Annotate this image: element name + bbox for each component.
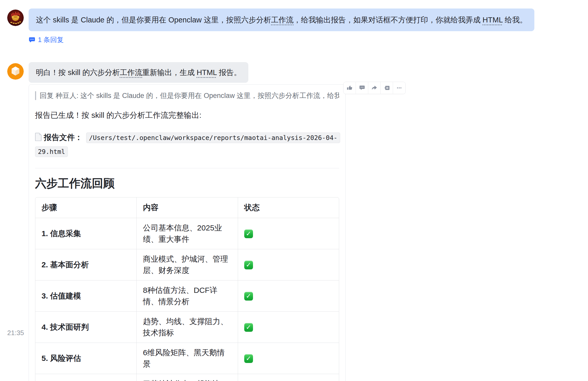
status-cell: ✓ [238, 218, 339, 249]
report-file-label: 报告文件： [44, 133, 83, 142]
table-header-step: 步骤 [35, 197, 136, 218]
report-file-line: 报告文件：/Users/test/.openclaw/workspace/rep… [35, 131, 339, 158]
status-check-icon: ✓ [244, 292, 253, 301]
user-message-bubble: 这个 skills 是 Claude 的，但是你要用在 Openclaw 这里，… [29, 9, 534, 31]
user-message-text: ，给我输出报告，如果对话框不方便打印，你就给我弄成 [293, 16, 483, 24]
underlined-term: HTML [197, 68, 217, 77]
status-check-icon: ✓ [244, 261, 253, 269]
bot-message-text: 报告。 [217, 68, 241, 77]
report-card: 回复 种豆人: 这个 skills 是 Claude 的，但是你要用在 Open… [29, 84, 346, 381]
share-icon [371, 85, 378, 91]
content-cell: 巴菲特计分卡、投资决策、操作建议 [136, 374, 238, 381]
more-icon [396, 85, 402, 91]
bot-avatar[interactable] [7, 63, 24, 80]
status-check-icon: ✓ [244, 323, 253, 332]
divider [35, 168, 339, 168]
underlined-term: 工作流 [271, 16, 293, 24]
table-header-status: 状态 [238, 197, 339, 218]
workflow-table-body: 1. 信息采集 公司基本信息、2025业绩、重大事件 ✓ 2. 基本面分析 商业… [35, 218, 339, 381]
user-message-text: 这个 skills 是 Claude 的，但是你要用在 Openclaw 这里，… [36, 16, 271, 24]
bot-message-row: 明白！按 skill 的六步分析工作流重新输出，生成 HTML 报告。 回复 种… [7, 62, 588, 381]
step-cell: 3. 估值建模 [35, 280, 136, 311]
reply-count-link[interactable]: 1 条回复 [29, 35, 64, 44]
table-header-content: 内容 [136, 197, 238, 218]
bot-message-text: 明白！按 skill 的六步分析 [36, 68, 120, 77]
status-cell: ✓ [238, 343, 339, 374]
user-avatar[interactable] [7, 10, 24, 26]
step-cell: 1. 信息采集 [35, 218, 136, 249]
table-row: 1. 信息采集 公司基本信息、2025业绩、重大事件 ✓ [35, 218, 339, 249]
status-check-icon: ✓ [244, 354, 253, 363]
table-row: 5. 风险评估 6维风险矩阵、黑天鹅情景 ✓ [35, 343, 339, 374]
quoted-reply: 回复 种豆人: 这个 skills 是 Claude 的，但是你要用在 Open… [35, 91, 339, 100]
timestamp: 21:35 [7, 329, 24, 337]
comment-icon [359, 85, 365, 91]
bot-message-bubble: 明白！按 skill 的六步分析工作流重新输出，生成 HTML 报告。 [29, 62, 248, 83]
content-cell: 8种估值方法、DCF详情、情景分析 [136, 280, 238, 311]
content-cell: 公司基本信息、2025业绩、重大事件 [136, 218, 238, 249]
share-button[interactable] [368, 82, 381, 94]
table-row: 2. 基本面分析 商业模式、护城河、管理层、财务深度 ✓ [35, 249, 339, 280]
step-cell: 2. 基本面分析 [35, 249, 136, 280]
like-icon [347, 85, 353, 91]
underlined-term: 工作流 [120, 68, 142, 77]
content-cell: 商业模式、护城河、管理层、财务深度 [136, 249, 238, 280]
like-button[interactable] [344, 82, 356, 94]
reply-count-label: 1 条回复 [38, 35, 64, 44]
status-cell: ✓ [238, 280, 339, 311]
document-icon [35, 132, 42, 145]
quote-icon [384, 85, 390, 91]
step-cell: 4. 技术面研判 [35, 311, 136, 343]
user-message-text: 给我。 [503, 16, 527, 24]
step-cell: 6. 输出报告 [35, 374, 136, 381]
underlined-term: HTML [483, 16, 503, 24]
workflow-table: 步骤 内容 状态 1. 信息采集 公司基本信息、2025业绩、重大事件 ✓ 2.… [35, 197, 339, 381]
user-message-row: 这个 skills 是 Claude 的，但是你要用在 Openclaw 这里，… [7, 9, 588, 31]
content-cell: 6维风险矩阵、黑天鹅情景 [136, 343, 238, 374]
table-row: 4. 技术面研判 趋势、均线、支撑阻力、技术指标 ✓ [35, 311, 339, 343]
status-cell: ✓ [238, 311, 339, 343]
section-title: 六步工作流回顾 [35, 177, 339, 190]
table-row: 3. 估值建模 8种估值方法、DCF详情、情景分析 ✓ [35, 280, 339, 311]
bot-message-text: 重新输出，生成 [142, 68, 197, 77]
table-header-row: 步骤 内容 状态 [35, 197, 339, 218]
status-cell: ✓ [238, 249, 339, 280]
status-check-icon: ✓ [244, 229, 253, 238]
report-intro: 报告已生成！按 skill 的六步分析工作流完整输出: [35, 110, 339, 120]
table-row: 6. 输出报告 巴菲特计分卡、投资决策、操作建议 ✓ [35, 374, 339, 381]
status-cell: ✓ [238, 374, 339, 381]
step-cell: 5. 风险评估 [35, 343, 136, 374]
gold-ingot-avatar-image [7, 10, 24, 26]
message-toolbar [343, 82, 406, 94]
content-cell: 趋势、均线、支撑阻力、技术指标 [136, 311, 238, 343]
comment-button[interactable] [356, 82, 368, 94]
cube-avatar-image [7, 63, 24, 80]
comment-bubble-icon [29, 37, 35, 43]
more-button[interactable] [393, 82, 405, 94]
quote-button[interactable] [381, 82, 393, 94]
